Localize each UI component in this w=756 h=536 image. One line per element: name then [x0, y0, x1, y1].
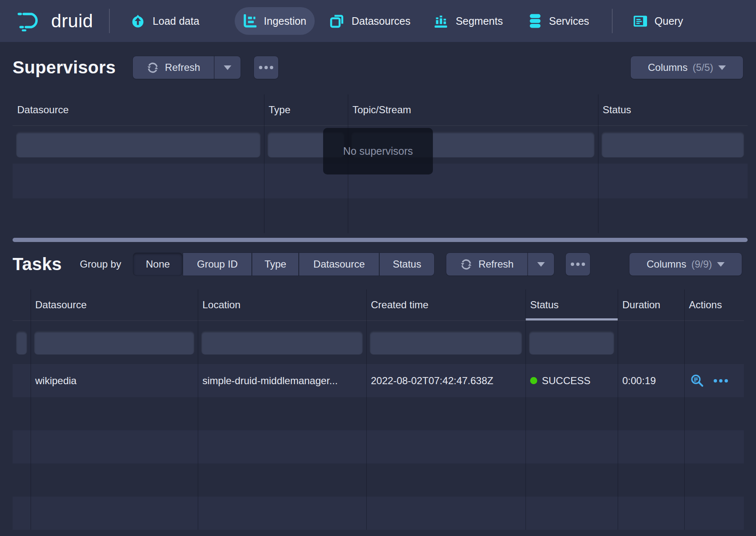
tasks-columns-button[interactable]: Columns (9/9): [629, 253, 742, 276]
nav-label: Query: [655, 15, 683, 27]
brand-name: druid: [51, 10, 93, 31]
header-location[interactable]: Location: [198, 289, 366, 320]
tasks-refresh-button[interactable]: Refresh: [446, 253, 528, 276]
columns-count: (5/5): [693, 62, 713, 73]
cell-location: simple-druid-middlemanager...: [198, 364, 366, 397]
chevron-down-icon: [537, 262, 545, 267]
column-divider: [31, 289, 31, 530]
brand[interactable]: druid: [17, 10, 93, 31]
task-detail-button[interactable]: [690, 374, 704, 388]
navbar: druid Load data Ingestion: [0, 0, 756, 42]
header-type[interactable]: Type: [264, 94, 348, 125]
tasks-more-button[interactable]: [566, 253, 590, 276]
header-hidden-column[interactable]: [13, 289, 31, 320]
navbar-divider: [612, 9, 613, 33]
column-divider: [198, 289, 198, 530]
supervisors-table-header: Datasource Type Topic/Stream Status: [13, 94, 748, 126]
druid-logo-icon: [17, 10, 44, 31]
more-icon: [712, 379, 729, 382]
nav-label: Load data: [153, 15, 199, 27]
empty-row: [13, 497, 744, 530]
filter-status-input[interactable]: [602, 132, 744, 157]
cell-datasource: wikipedia: [31, 364, 198, 397]
filter-location-input[interactable]: [202, 331, 362, 354]
task-actions-menu-button[interactable]: [712, 379, 729, 382]
nav-label: Ingestion: [264, 15, 306, 27]
filter-created-time-input[interactable]: [370, 331, 522, 354]
task-row-wikipedia[interactable]: wikipedia simple-druid-middlemanager... …: [13, 364, 744, 397]
supervisors-more-button[interactable]: [254, 56, 278, 79]
group-by-status-button[interactable]: Status: [380, 253, 434, 276]
group-by-none-button[interactable]: None: [133, 253, 182, 276]
upload-icon: [131, 14, 145, 28]
header-created-time[interactable]: Created time: [366, 289, 526, 320]
chevron-down-icon: [718, 65, 726, 70]
group-by-button-group: None Group ID Type Datasource Status: [133, 253, 434, 276]
nav-load-data[interactable]: Load data: [131, 7, 199, 35]
supervisors-horizontal-scrollbar[interactable]: [13, 238, 748, 242]
column-divider: [366, 289, 367, 530]
header-topic-stream[interactable]: Topic/Stream: [348, 94, 598, 125]
nav-label: Services: [549, 15, 589, 27]
nav-query[interactable]: Query: [634, 7, 683, 35]
header-duration[interactable]: Duration: [618, 289, 684, 320]
nav-datasources[interactable]: Datasources: [330, 7, 410, 35]
header-actions[interactable]: Actions: [684, 289, 744, 320]
cell-created-time: 2022-08-02T07:42:47.638Z: [366, 364, 526, 397]
tasks-refresh-caret-button[interactable]: [528, 253, 554, 276]
database-icon: [529, 14, 541, 28]
column-divider: [598, 94, 598, 233]
no-supervisors-overlay: No supervisors: [323, 128, 433, 174]
refresh-icon: [461, 259, 472, 270]
more-icon: [258, 66, 274, 69]
header-status[interactable]: Status: [598, 94, 748, 125]
supervisors-control-bar: Supervisors Refresh Columns (5/5): [13, 56, 743, 79]
columns-label: Columns: [647, 258, 686, 270]
group-by-group-id-button[interactable]: Group ID: [183, 253, 251, 276]
nav-label: Datasources: [352, 15, 410, 27]
empty-row: [13, 430, 744, 463]
cell-actions: [684, 364, 744, 397]
cell-hidden: [13, 364, 31, 397]
empty-message: No supervisors: [343, 145, 413, 157]
cell-status: SUCCESS: [526, 364, 618, 397]
group-by-datasource-button[interactable]: Datasource: [299, 253, 379, 276]
filter-hidden-input[interactable]: [16, 331, 27, 354]
tasks-table-header: Datasource Location Created time Status …: [13, 289, 744, 321]
layers-icon: [330, 14, 344, 28]
more-icon: [570, 263, 586, 266]
magnifier-detail-icon: [690, 374, 704, 388]
header-datasource[interactable]: Datasource: [31, 289, 198, 320]
columns-count: (9/9): [691, 258, 712, 270]
filter-datasource-input[interactable]: [16, 132, 260, 157]
filter-status-input[interactable]: [529, 331, 614, 354]
group-by-label: Group by: [80, 258, 121, 270]
status-text: SUCCESS: [542, 375, 590, 387]
refresh-label: Refresh: [479, 258, 514, 270]
navbar-divider: [109, 9, 110, 33]
chevron-down-icon: [717, 262, 725, 267]
filter-datasource-input[interactable]: [34, 331, 194, 354]
druid-console: druid Load data Ingestion: [0, 0, 756, 536]
tasks-control-bar: Tasks Group by None Group ID Type Dataso…: [13, 252, 743, 276]
empty-row: [13, 198, 748, 233]
tasks-title: Tasks: [13, 254, 62, 274]
column-divider: [526, 289, 526, 530]
header-datasource[interactable]: Datasource: [13, 94, 264, 125]
cell-duration: 0:00:19: [618, 364, 684, 397]
supervisors-refresh-caret-button[interactable]: [214, 56, 241, 79]
ingestion-chart-icon: [243, 14, 256, 28]
header-status[interactable]: Status: [526, 289, 618, 320]
nav-segments[interactable]: Segments: [434, 7, 503, 35]
column-divider: [618, 289, 618, 530]
success-dot-icon: [530, 377, 537, 384]
nav-services[interactable]: Services: [529, 7, 589, 35]
nav-ingestion[interactable]: Ingestion: [235, 7, 315, 35]
group-by-type-button[interactable]: Type: [252, 253, 298, 276]
bar-chart-icon: [434, 14, 448, 28]
empty-row: [13, 463, 744, 497]
sort-indicator: [526, 318, 618, 320]
supervisors-columns-button[interactable]: Columns (5/5): [631, 56, 743, 79]
refresh-icon: [147, 62, 158, 73]
supervisors-refresh-button[interactable]: Refresh: [133, 56, 214, 79]
